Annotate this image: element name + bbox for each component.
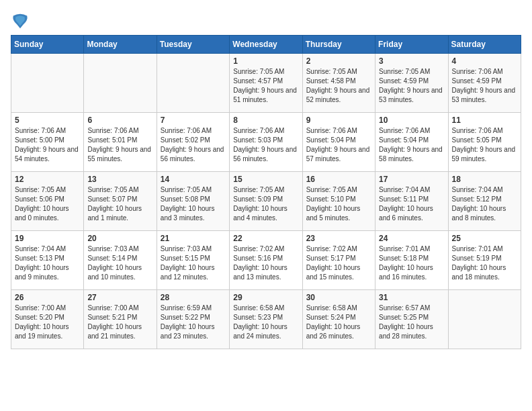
calendar-cell: 4Sunrise: 7:06 AM Sunset: 4:59 PM Daylig… — [448, 54, 521, 113]
day-number: 26 — [15, 293, 80, 302]
calendar-cell: 24Sunrise: 7:01 AM Sunset: 5:18 PM Dayli… — [375, 231, 448, 290]
cell-details: Sunrise: 6:57 AM Sunset: 5:25 PM Dayligh… — [379, 304, 444, 341]
day-number: 6 — [87, 116, 152, 125]
calendar-cell: 11Sunrise: 7:06 AM Sunset: 5:05 PM Dayli… — [448, 113, 521, 172]
calendar-cell: 7Sunrise: 7:06 AM Sunset: 5:02 PM Daylig… — [157, 113, 229, 172]
cell-details: Sunrise: 7:06 AM Sunset: 5:04 PM Dayligh… — [306, 126, 371, 164]
header-cell-tuesday: Tuesday — [157, 36, 229, 54]
calendar-cell — [84, 54, 157, 113]
header-cell-wednesday: Wednesday — [230, 36, 302, 54]
cell-details: Sunrise: 7:05 AM Sunset: 4:59 PM Dayligh… — [379, 67, 444, 105]
calendar-cell: 17Sunrise: 7:04 AM Sunset: 5:11 PM Dayli… — [375, 172, 448, 231]
cell-details: Sunrise: 7:06 AM Sunset: 4:59 PM Dayligh… — [452, 67, 517, 105]
cell-details: Sunrise: 7:05 AM Sunset: 5:10 PM Dayligh… — [306, 185, 371, 223]
calendar-week-3: 12Sunrise: 7:05 AM Sunset: 5:06 PM Dayli… — [11, 172, 521, 231]
calendar-cell: 14Sunrise: 7:05 AM Sunset: 5:08 PM Dayli… — [157, 172, 229, 231]
day-number: 30 — [306, 293, 371, 302]
cell-details: Sunrise: 6:58 AM Sunset: 5:24 PM Dayligh… — [306, 304, 371, 341]
calendar-cell: 1Sunrise: 7:05 AM Sunset: 4:57 PM Daylig… — [230, 54, 302, 113]
cell-details: Sunrise: 7:05 AM Sunset: 5:09 PM Dayligh… — [233, 185, 298, 223]
calendar-cell: 20Sunrise: 7:03 AM Sunset: 5:14 PM Dayli… — [84, 231, 157, 290]
cell-details: Sunrise: 7:04 AM Sunset: 5:12 PM Dayligh… — [452, 185, 517, 223]
calendar-cell: 9Sunrise: 7:06 AM Sunset: 5:04 PM Daylig… — [302, 113, 375, 172]
cell-details: Sunrise: 7:02 AM Sunset: 5:17 PM Dayligh… — [306, 244, 371, 282]
cell-details: Sunrise: 7:00 AM Sunset: 5:20 PM Dayligh… — [15, 304, 80, 341]
day-number: 19 — [15, 234, 80, 243]
day-number: 27 — [87, 293, 152, 302]
day-number: 9 — [306, 116, 371, 125]
day-number: 12 — [15, 175, 80, 184]
cell-details: Sunrise: 7:02 AM Sunset: 5:16 PM Dayligh… — [233, 244, 298, 282]
cell-details: Sunrise: 7:05 AM Sunset: 4:58 PM Dayligh… — [306, 67, 371, 105]
day-number: 5 — [15, 116, 80, 125]
calendar-cell: 6Sunrise: 7:06 AM Sunset: 5:01 PM Daylig… — [84, 113, 157, 172]
calendar-cell: 31Sunrise: 6:57 AM Sunset: 5:25 PM Dayli… — [375, 290, 448, 349]
cell-details: Sunrise: 7:01 AM Sunset: 5:18 PM Dayligh… — [379, 244, 444, 282]
calendar-week-4: 19Sunrise: 7:04 AM Sunset: 5:13 PM Dayli… — [11, 231, 521, 290]
cell-details: Sunrise: 7:05 AM Sunset: 5:07 PM Dayligh… — [87, 185, 152, 223]
calendar-week-5: 26Sunrise: 7:00 AM Sunset: 5:20 PM Dayli… — [11, 290, 521, 349]
calendar-body: 1Sunrise: 7:05 AM Sunset: 4:57 PM Daylig… — [11, 54, 521, 349]
day-number: 8 — [233, 116, 298, 125]
day-number: 3 — [379, 56, 444, 66]
page-header — [11, 11, 521, 30]
calendar-week-2: 5Sunrise: 7:06 AM Sunset: 5:00 PM Daylig… — [11, 113, 521, 172]
day-number: 25 — [452, 234, 517, 243]
calendar-cell: 18Sunrise: 7:04 AM Sunset: 5:12 PM Dayli… — [448, 172, 521, 231]
day-number: 23 — [306, 234, 371, 243]
day-number: 24 — [379, 234, 444, 243]
cell-details: Sunrise: 6:59 AM Sunset: 5:22 PM Dayligh… — [161, 304, 226, 341]
cell-details: Sunrise: 7:05 AM Sunset: 4:57 PM Dayligh… — [233, 67, 298, 105]
day-number: 16 — [306, 175, 371, 184]
day-number: 10 — [379, 116, 444, 125]
calendar-cell: 22Sunrise: 7:02 AM Sunset: 5:16 PM Dayli… — [230, 231, 302, 290]
header-cell-friday: Friday — [375, 36, 448, 54]
calendar-cell: 15Sunrise: 7:05 AM Sunset: 5:09 PM Dayli… — [230, 172, 302, 231]
cell-details: Sunrise: 7:04 AM Sunset: 5:11 PM Dayligh… — [379, 185, 444, 223]
cell-details: Sunrise: 7:06 AM Sunset: 5:02 PM Dayligh… — [161, 126, 226, 164]
header-cell-thursday: Thursday — [302, 36, 375, 54]
day-number: 21 — [161, 234, 226, 243]
cell-details: Sunrise: 7:03 AM Sunset: 5:15 PM Dayligh… — [161, 244, 226, 282]
calendar-cell: 27Sunrise: 7:00 AM Sunset: 5:21 PM Dayli… — [84, 290, 157, 349]
calendar-cell: 21Sunrise: 7:03 AM Sunset: 5:15 PM Dayli… — [157, 231, 229, 290]
day-number: 11 — [452, 116, 517, 125]
calendar-cell: 8Sunrise: 7:06 AM Sunset: 5:03 PM Daylig… — [230, 113, 302, 172]
cell-details: Sunrise: 7:06 AM Sunset: 5:04 PM Dayligh… — [379, 126, 444, 164]
header-cell-saturday: Saturday — [448, 36, 521, 54]
logo — [11, 11, 32, 30]
calendar-cell: 25Sunrise: 7:01 AM Sunset: 5:19 PM Dayli… — [448, 231, 521, 290]
calendar-cell: 19Sunrise: 7:04 AM Sunset: 5:13 PM Dayli… — [11, 231, 84, 290]
cell-details: Sunrise: 7:01 AM Sunset: 5:19 PM Dayligh… — [452, 244, 517, 282]
cell-details: Sunrise: 7:00 AM Sunset: 5:21 PM Dayligh… — [87, 304, 152, 341]
calendar-cell: 13Sunrise: 7:05 AM Sunset: 5:07 PM Dayli… — [84, 172, 157, 231]
cell-details: Sunrise: 7:06 AM Sunset: 5:03 PM Dayligh… — [233, 126, 298, 164]
cell-details: Sunrise: 7:06 AM Sunset: 5:05 PM Dayligh… — [452, 126, 517, 164]
day-number: 18 — [452, 175, 517, 184]
calendar-cell: 2Sunrise: 7:05 AM Sunset: 4:58 PM Daylig… — [302, 54, 375, 113]
calendar-cell: 3Sunrise: 7:05 AM Sunset: 4:59 PM Daylig… — [375, 54, 448, 113]
header-cell-monday: Monday — [84, 36, 157, 54]
calendar-cell: 29Sunrise: 6:58 AM Sunset: 5:23 PM Dayli… — [230, 290, 302, 349]
calendar-cell: 10Sunrise: 7:06 AM Sunset: 5:04 PM Dayli… — [375, 113, 448, 172]
day-number: 17 — [379, 175, 444, 184]
calendar-cell: 26Sunrise: 7:00 AM Sunset: 5:20 PM Dayli… — [11, 290, 84, 349]
day-number: 28 — [161, 293, 226, 302]
header-row: SundayMondayTuesdayWednesdayThursdayFrid… — [11, 36, 521, 54]
calendar-cell — [11, 54, 84, 113]
day-number: 7 — [161, 116, 226, 125]
calendar-cell — [157, 54, 229, 113]
day-number: 13 — [87, 175, 152, 184]
day-number: 4 — [452, 56, 517, 66]
cell-details: Sunrise: 7:06 AM Sunset: 5:01 PM Dayligh… — [87, 126, 152, 164]
calendar-week-1: 1Sunrise: 7:05 AM Sunset: 4:57 PM Daylig… — [11, 54, 521, 113]
day-number: 20 — [87, 234, 152, 243]
day-number: 14 — [161, 175, 226, 184]
cell-details: Sunrise: 7:04 AM Sunset: 5:13 PM Dayligh… — [15, 244, 80, 282]
calendar-cell: 23Sunrise: 7:02 AM Sunset: 5:17 PM Dayli… — [302, 231, 375, 290]
calendar-header: SundayMondayTuesdayWednesdayThursdayFrid… — [11, 36, 521, 54]
day-number: 22 — [233, 234, 298, 243]
logo-icon — [11, 11, 30, 30]
header-cell-sunday: Sunday — [11, 36, 84, 54]
calendar-table: SundayMondayTuesdayWednesdayThursdayFrid… — [11, 35, 521, 349]
